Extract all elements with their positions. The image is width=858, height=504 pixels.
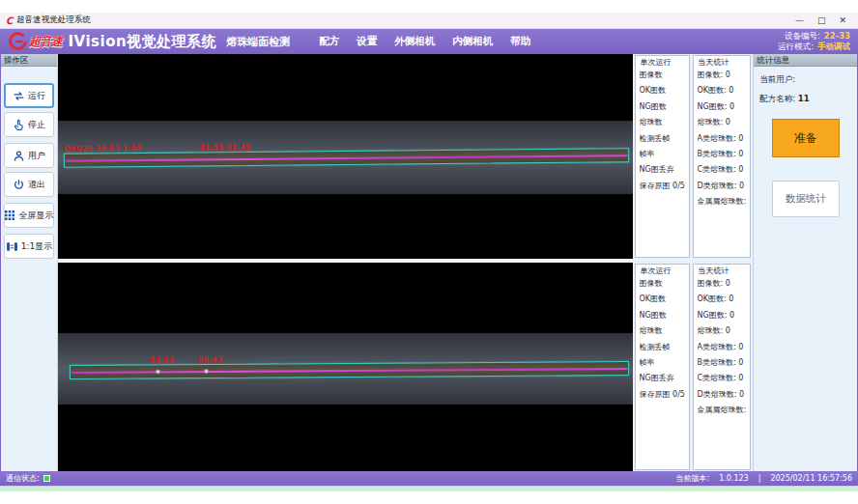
stat-label: OK图数: [698, 294, 727, 303]
window-titlebar: C 超音速视觉处理系统 — □ ✕ [0, 13, 858, 29]
close-button[interactable]: ✕ [839, 13, 846, 29]
grid-icon [4, 210, 15, 221]
stat-label: D类熔珠数: [698, 390, 737, 399]
one-to-one-button-label: 1:1显示 [21, 240, 52, 253]
stat-label: 金属屑熔珠数: [698, 197, 746, 206]
stat-value: 0 [726, 70, 730, 79]
sync-icon [13, 90, 25, 102]
stat-label: C类熔珠数: [698, 165, 736, 174]
stat-value: 0 [729, 294, 733, 303]
one-to-one-icon [6, 240, 18, 253]
run-button[interactable]: 运行 [4, 83, 54, 108]
desktop-background-top [0, 0, 858, 13]
stat-label: 图像数 [640, 68, 685, 83]
desktop-background-strip [0, 486, 858, 491]
menu-settings[interactable]: 设置 [357, 35, 377, 48]
app-logo-icon: C [6, 15, 13, 26]
stat-value: 0 [729, 102, 734, 111]
status-datetime: 2025/02/11 16:57:56 [770, 474, 852, 483]
user-button-label: 用户 [28, 150, 45, 162]
menu-outer-camera[interactable]: 外侧相机 [394, 35, 435, 48]
statistics-column: 单次运行 图像数 OK图数 NG图数 熔珠数 检测丢帧 帧率 NG图丢弃 保存原… [633, 54, 754, 471]
recipe-name-value: 11 [798, 94, 810, 103]
stat-label: 图像数: [698, 70, 724, 79]
exit-button[interactable]: 退出 [4, 172, 54, 197]
one-to-one-button[interactable]: 1:1显示 [4, 234, 54, 259]
data-statistics-button[interactable]: 数据统计 [772, 181, 840, 217]
daily-stats-title-top: 当天统计 [698, 57, 730, 68]
window-title: 超音速视觉处理系统 [16, 14, 795, 26]
brand-name: 超音速 [29, 34, 63, 50]
camera2-bead-roi [70, 361, 629, 379]
stat-label: NG图丢弃 [640, 162, 685, 178]
menu-recipe[interactable]: 配方 [319, 35, 339, 48]
run-mode-label: 运行模式: [778, 42, 814, 52]
stat-label: 保存原图 0/500 [640, 387, 685, 403]
ready-button[interactable]: 准备 [772, 119, 840, 157]
camera2-annotation-2: 56.43 [198, 355, 222, 364]
stat-value: 0 [729, 86, 733, 95]
stat-value: 0 [738, 374, 743, 382]
stat-label: A类熔珠数: [698, 134, 736, 143]
user-icon [13, 150, 25, 162]
daily-stats-box-bottom: 当天统计 图像数: 0 OK图数: 0 NG图数: 0 熔珠数: 0 A类熔珠数… [693, 264, 751, 470]
stat-value: 0 [738, 165, 743, 174]
fullscreen-button[interactable]: 全屏显示 [4, 203, 54, 228]
camera-image-bottom[interactable]: 53.11 56.43 [58, 263, 633, 471]
app-subtitle: 熔珠端面检测 [226, 35, 290, 49]
stat-value: 0 [738, 343, 743, 351]
operation-sidebar: 操作区 运行 停止 用户 [1, 54, 58, 471]
info-panel-title: 统计信息 [754, 54, 857, 67]
stat-label: 保存原图 0/500 [640, 179, 685, 194]
camera-image-top[interactable]: OK025 39.83 1.49 31.53 41.49 [58, 54, 633, 259]
stat-label: 熔珠数 [640, 323, 685, 339]
stat-value: 0 [739, 390, 744, 399]
screen: C 超音速视觉处理系统 — □ ✕ 超音速 IVision视觉处理系统 熔珠端面… [0, 0, 858, 504]
status-bar: 通信状态: 当前版本: 1.0.123 | 2025/02/11 16:57:5… [0, 471, 858, 486]
stat-value: 0 [729, 311, 734, 320]
menu-help[interactable]: 帮助 [510, 35, 530, 48]
stat-value: 0 [738, 150, 743, 158]
stat-value: 0 [726, 118, 730, 126]
single-run-title-top: 单次运行 [640, 57, 672, 68]
minimize-button[interactable]: — [795, 13, 804, 29]
camera1-bead-centerline [66, 154, 627, 162]
stat-label: 图像数: [698, 279, 724, 288]
stats-group-top: 单次运行 图像数 OK图数 NG图数 熔珠数 检测丢帧 帧率 NG图丢弃 保存原… [633, 54, 754, 259]
stop-button-label: 停止 [28, 119, 45, 131]
exit-button-label: 退出 [28, 179, 45, 191]
version-label: 当前版本: [675, 473, 709, 484]
stat-label: 检测丢帧 [640, 340, 685, 355]
run-button-label: 运行 [28, 90, 45, 102]
current-user-label: 当前用户: [759, 74, 795, 84]
single-run-title-bottom: 单次运行 [640, 266, 672, 276]
device-info: 设备编号: 22-33 运行模式: 手动调试 [778, 31, 850, 52]
menu-inner-camera[interactable]: 内侧相机 [452, 35, 493, 48]
stat-label: NG图数: [698, 102, 728, 111]
brand-swirl-icon [8, 32, 27, 51]
device-number-value: 22-33 [824, 31, 850, 42]
stat-value: 0 [726, 326, 730, 335]
stat-label: NG图数 [640, 308, 685, 323]
menu-bar: 配方 设置 外侧相机 内侧相机 帮助 [319, 35, 530, 48]
user-button[interactable]: 用户 [4, 143, 54, 168]
camera-viewport: OK025 39.83 1.49 31.53 41.49 53.11 56.43 [58, 54, 633, 471]
camera2-defect-marker-1 [156, 369, 160, 374]
stat-label: 熔珠数: [698, 118, 724, 126]
stat-label: 熔珠数 [640, 115, 685, 130]
stat-value: 0 [726, 279, 730, 288]
maximize-button[interactable]: □ [817, 13, 826, 29]
stat-value: 0 [739, 182, 744, 190]
fullscreen-button-label: 全屏显示 [18, 210, 53, 222]
stop-button[interactable]: 停止 [4, 112, 54, 137]
version-value: 1.0.123 [719, 474, 749, 483]
stat-label: OK图数 [640, 83, 685, 98]
app-title: IVision视觉处理系统 [69, 33, 217, 51]
stat-label: 帧率 [640, 147, 685, 162]
app-header: 超音速 IVision视觉处理系统 熔珠端面检测 配方 设置 外侧相机 内侧相机… [0, 29, 858, 54]
stat-label: 图像数 [640, 276, 685, 292]
statistics-info-panel: 统计信息 当前用户: 配方名称: 11 准备 数据统计 [753, 54, 857, 471]
stat-label: A类熔珠数: [698, 343, 736, 351]
hand-icon [13, 119, 25, 131]
power-icon [13, 179, 25, 191]
